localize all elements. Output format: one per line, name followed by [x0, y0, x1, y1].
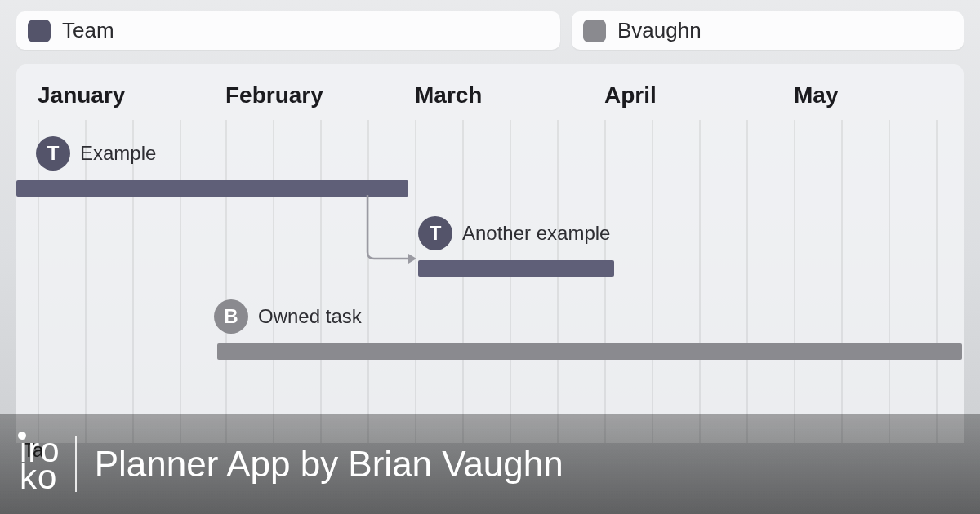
month-label: March	[415, 82, 482, 109]
avatar-team-icon: T	[36, 136, 70, 171]
month-label: February	[225, 82, 323, 109]
task-bar-owned[interactable]	[217, 343, 962, 360]
avatar-user-icon: B	[214, 299, 248, 334]
task-header-another[interactable]: T Another example	[418, 216, 610, 250]
logo-line2: ko	[20, 458, 57, 496]
overlay-title: Planner App by Brian Vaughn	[95, 444, 564, 485]
chip-user[interactable]: Bvaughn	[572, 11, 964, 50]
task-rows: T Example T Another example B Owned task	[16, 130, 964, 423]
task-name-another: Another example	[462, 222, 610, 245]
task-name-owned: Owned task	[258, 305, 362, 328]
avatar-team-icon: T	[418, 216, 452, 250]
month-label: January	[38, 82, 125, 109]
task-name-example: Example	[80, 142, 156, 165]
task-header-example[interactable]: T Example	[36, 136, 156, 171]
chip-team[interactable]: Team	[16, 11, 560, 50]
task-header-owned[interactable]: B Owned task	[214, 299, 362, 334]
month-header-row: January February March April May	[16, 82, 964, 120]
team-swatch-icon	[28, 20, 51, 42]
overlay-divider	[75, 436, 77, 492]
timeline-panel: January February March April May T Examp…	[16, 64, 964, 443]
month-label: April	[604, 82, 657, 109]
task-bar-example[interactable]	[16, 180, 408, 197]
legend-chips: Team Bvaughn	[0, 0, 980, 58]
user-swatch-icon	[583, 20, 606, 42]
caption-overlay: iro ko Planner App by Brian Vaughn	[0, 414, 980, 514]
logo-dot-icon	[18, 432, 26, 440]
month-label: May	[794, 82, 838, 109]
chip-team-label: Team	[62, 18, 114, 43]
brand-logo: iro ko	[20, 437, 60, 491]
dependency-arrow-icon	[368, 195, 425, 272]
chip-user-label: Bvaughn	[617, 18, 702, 43]
task-bar-another[interactable]	[418, 260, 614, 277]
